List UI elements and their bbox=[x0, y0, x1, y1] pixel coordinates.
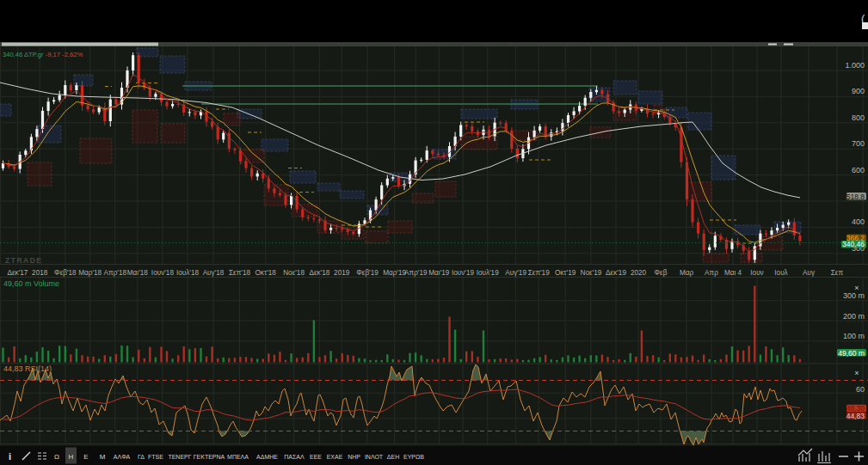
svg-text:×: × bbox=[854, 284, 859, 292]
svg-text:Σεπ: Σεπ bbox=[831, 269, 844, 277]
svg-text:Απρ: Απρ bbox=[705, 269, 718, 277]
svg-text:ΓΕΚΤΕΡΝΑ: ΓΕΚΤΕΡΝΑ bbox=[194, 454, 225, 460]
svg-text:ΕΕΕ: ΕΕΕ bbox=[310, 454, 322, 460]
svg-text:Απρ'18: Απρ'18 bbox=[104, 269, 127, 277]
svg-text:ΑΔΜΗΕ: ΑΔΜΗΕ bbox=[256, 454, 278, 460]
svg-text:44,83 RSI(14): 44,83 RSI(14) bbox=[3, 364, 52, 373]
svg-text:Μαι'19: Μαι'19 bbox=[428, 269, 449, 277]
svg-text:Φεβ'18: Φεβ'18 bbox=[54, 269, 77, 277]
svg-text:Δεκ'17: Δεκ'17 bbox=[7, 269, 28, 277]
svg-text:600: 600 bbox=[852, 166, 865, 174]
svg-text:518,8: 518,8 bbox=[846, 193, 865, 201]
svg-text:700: 700 bbox=[852, 139, 865, 148]
svg-text:Ω: Ω bbox=[54, 453, 59, 461]
svg-text:340,46: 340,46 bbox=[842, 240, 865, 248]
svg-text:×: × bbox=[854, 369, 859, 377]
svg-text:200 m: 200 m bbox=[843, 312, 865, 321]
svg-text:Ιουν'18: Ιουν'18 bbox=[151, 269, 175, 277]
svg-text:Σεπ'18: Σεπ'18 bbox=[229, 269, 250, 277]
svg-text:300 m: 300 m bbox=[843, 291, 865, 300]
svg-text:100 m: 100 m bbox=[843, 332, 865, 340]
svg-text:44,83: 44,83 bbox=[846, 412, 865, 420]
svg-text:Μαι'18: Μαι'18 bbox=[127, 269, 148, 277]
svg-text:900: 900 bbox=[852, 87, 865, 95]
svg-text:2018: 2018 bbox=[32, 269, 48, 277]
svg-text:ΙΝΛΟΤ: ΙΝΛΟΤ bbox=[365, 454, 384, 460]
svg-text:Ιουν'19: Ιουν'19 bbox=[452, 269, 475, 277]
svg-text:Ιουλ'19: Ιουλ'19 bbox=[477, 269, 500, 277]
svg-text:49,60 m: 49,60 m bbox=[838, 349, 865, 358]
svg-text:340,46 ΔTP.gr -9,17 -2,62%: 340,46 ΔTP.gr -9,17 -2,62% bbox=[3, 51, 83, 58]
svg-text:Μαι 4: Μαι 4 bbox=[724, 269, 742, 277]
svg-text:Αυγ'19: Αυγ'19 bbox=[505, 269, 526, 277]
svg-text:Μαρ: Μαρ bbox=[680, 269, 694, 277]
svg-text:Ε: Ε bbox=[83, 453, 88, 461]
svg-text:Απρ'19: Απρ'19 bbox=[404, 269, 428, 277]
svg-text:Ιουν: Ιουν bbox=[750, 269, 763, 277]
svg-text:Σεπ'19: Σεπ'19 bbox=[528, 269, 550, 277]
svg-text:ΤΕΝΕΡΓ: ΤΕΝΕΡΓ bbox=[168, 454, 191, 460]
svg-text:400: 400 bbox=[852, 217, 865, 226]
svg-text:ΑΛΦΑ: ΑΛΦΑ bbox=[114, 454, 131, 460]
svg-text:Φεβ'19: Φεβ'19 bbox=[356, 269, 379, 277]
svg-text:800: 800 bbox=[852, 113, 865, 122]
svg-text:ZTRADE: ZTRADE bbox=[5, 256, 42, 265]
svg-text:ΠΑΣΑΛ: ΠΑΣΑΛ bbox=[284, 454, 305, 460]
svg-text:1.000: 1.000 bbox=[845, 61, 865, 70]
svg-text:Μ: Μ bbox=[100, 453, 106, 461]
svg-text:Μαρ'18: Μαρ'18 bbox=[78, 269, 102, 277]
svg-text:Ιουλ: Ιουλ bbox=[774, 269, 788, 277]
svg-text:Δεκ'18: Δεκ'18 bbox=[309, 269, 329, 277]
svg-text:60: 60 bbox=[856, 385, 865, 394]
svg-text:49,60 m Volume: 49,60 m Volume bbox=[3, 279, 59, 288]
svg-text:Οκτ'19: Οκτ'19 bbox=[555, 269, 576, 277]
svg-text:Νοε'19: Νοε'19 bbox=[581, 269, 602, 277]
svg-text:ΜΠΕΛΑ: ΜΠΕΛΑ bbox=[227, 454, 249, 460]
svg-text:ΓΔ: ΓΔ bbox=[138, 454, 145, 460]
svg-text:Αυγ'18: Αυγ'18 bbox=[203, 269, 225, 277]
svg-text:ΝΗΡ: ΝΗΡ bbox=[348, 454, 360, 460]
svg-text:Η: Η bbox=[69, 453, 74, 461]
svg-text:ΕΥΡΩΒ: ΕΥΡΩΒ bbox=[403, 454, 424, 460]
svg-text:Αυγ: Αυγ bbox=[803, 269, 816, 277]
svg-text:Μαρ'19: Μαρ'19 bbox=[383, 269, 406, 277]
svg-text:Δεκ'19: Δεκ'19 bbox=[606, 269, 626, 277]
svg-text:Οκτ'18: Οκτ'18 bbox=[255, 269, 277, 277]
svg-text:i: i bbox=[9, 451, 11, 462]
svg-text:2020: 2020 bbox=[631, 269, 647, 277]
svg-text:Ιουλ'18: Ιουλ'18 bbox=[176, 269, 200, 277]
svg-text:ΕΧΑΕ: ΕΧΑΕ bbox=[327, 454, 343, 460]
svg-text:ΔΕΗ: ΔΕΗ bbox=[387, 454, 399, 460]
svg-text:Νοε'18: Νοε'18 bbox=[283, 269, 305, 277]
svg-text:FTSE: FTSE bbox=[148, 454, 163, 460]
svg-text:Φεβ: Φεβ bbox=[655, 269, 668, 277]
svg-text:2019: 2019 bbox=[334, 269, 350, 277]
